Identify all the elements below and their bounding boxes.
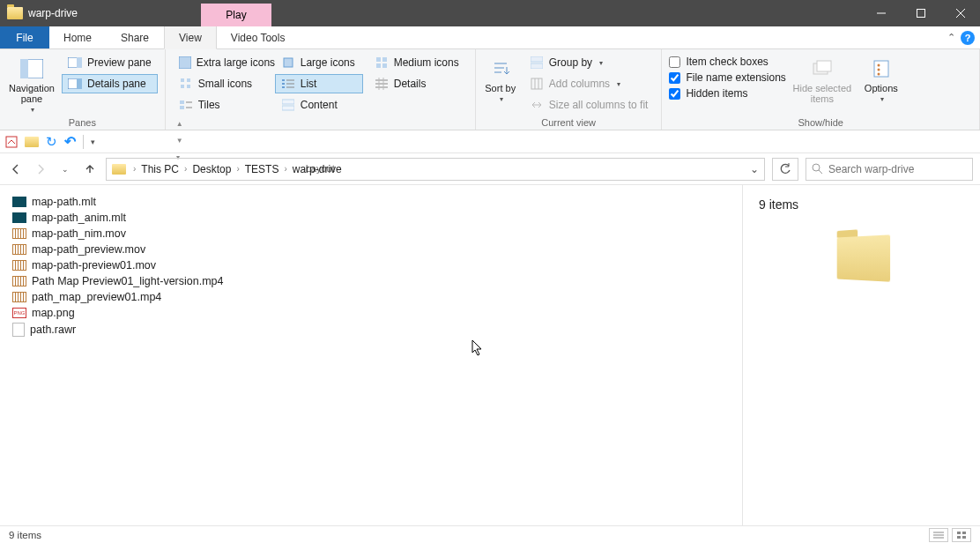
layout-list[interactable]: List	[275, 74, 363, 93]
mov-file-icon	[12, 228, 26, 239]
tab-view[interactable]: View	[164, 26, 217, 49]
file-name: map-path.mlt	[32, 196, 96, 208]
file-name: map-path_anim.mlt	[32, 212, 126, 224]
svg-rect-19	[284, 58, 293, 67]
navigation-pane-label: Navigation pane	[7, 83, 56, 104]
svg-rect-40	[531, 56, 543, 62]
size-columns-button[interactable]: Size all columns to fit	[523, 95, 655, 115]
layout-content[interactable]: Content	[275, 95, 363, 115]
svg-rect-31	[382, 63, 387, 68]
svg-rect-21	[282, 83, 285, 85]
chevron-right-icon[interactable]: ›	[182, 164, 189, 174]
status-text: 9 items	[9, 530, 41, 540]
svg-point-53	[813, 164, 820, 171]
add-columns-icon	[530, 77, 544, 91]
tab-share[interactable]: Share	[107, 26, 164, 48]
file-name-extensions-toggle[interactable]: File name extensions	[669, 71, 785, 85]
up-button[interactable]	[81, 160, 99, 178]
qat-undo-icon[interactable]: ↶	[64, 133, 76, 150]
svg-rect-22	[282, 86, 285, 88]
details-pane-icon	[68, 77, 82, 91]
layout-large[interactable]: Large icons	[275, 53, 363, 72]
help-icon[interactable]: ?	[961, 31, 975, 45]
svg-rect-30	[376, 63, 381, 68]
layout-details[interactable]: Details	[368, 74, 465, 93]
search-input[interactable]	[828, 163, 967, 175]
address-dropdown-icon[interactable]: ⌄	[745, 163, 764, 175]
group-panes-label: Panes	[7, 115, 158, 128]
forward-button[interactable]	[32, 160, 49, 178]
item-check-boxes-toggle[interactable]: Item check boxes	[669, 55, 785, 69]
qat-redo-icon[interactable]: ↻	[46, 134, 57, 150]
tab-file[interactable]: File	[0, 26, 49, 48]
svg-rect-5	[20, 59, 28, 78]
list-item[interactable]: path.rawr	[12, 321, 730, 338]
breadcrumb-tests[interactable]: TESTS	[241, 163, 283, 175]
title-bar: warp-drive Play	[0, 0, 980, 26]
details-pane-button[interactable]: Details pane	[62, 74, 158, 93]
breadcrumb-this-pc[interactable]: This PC	[137, 163, 182, 175]
svg-rect-29	[382, 57, 387, 62]
svg-rect-58	[957, 532, 961, 534]
qat-properties-icon[interactable]	[5, 136, 18, 148]
layout-small[interactable]: Small icons	[173, 74, 270, 93]
list-item[interactable]: map-path-preview01.mov	[12, 257, 730, 273]
context-tab-play[interactable]: Play	[201, 4, 271, 26]
list-item[interactable]: PNGmap.png	[12, 305, 730, 321]
preview-pane-icon	[68, 56, 82, 70]
status-bar: 9 items	[0, 525, 980, 543]
list-item[interactable]: map-path_anim.mlt	[12, 210, 730, 226]
navigation-pane-button[interactable]: Navigation pane ▾	[7, 53, 56, 114]
qat-customize-icon[interactable]: ▾	[91, 138, 95, 146]
file-list[interactable]: map-path.mltmap-path_anim.mltmap-path_ni…	[0, 185, 742, 525]
tab-video-tools[interactable]: Video Tools	[217, 26, 301, 48]
tiles-icon	[179, 98, 193, 112]
list-item[interactable]: map-path_nim.mov	[12, 226, 730, 242]
recent-locations-button[interactable]: ⌄	[56, 160, 74, 178]
window-title: warp-drive	[28, 7, 78, 19]
svg-rect-60	[957, 536, 961, 539]
layout-scroll-up[interactable]: ▲	[176, 120, 183, 128]
blank-file-icon	[12, 323, 25, 337]
svg-rect-9	[77, 78, 82, 89]
close-button[interactable]	[940, 0, 980, 26]
refresh-button[interactable]	[772, 158, 798, 181]
list-item[interactable]: map-path_preview.mov	[12, 242, 730, 257]
svg-rect-20	[282, 79, 285, 81]
address-bar[interactable]: › This PC › Desktop › TESTS › warp-drive…	[106, 158, 765, 181]
tab-home[interactable]: Home	[49, 26, 107, 48]
group-by-button[interactable]: Group by▾	[523, 53, 655, 72]
options-icon	[869, 56, 894, 81]
view-thumbnails-button[interactable]	[952, 528, 971, 542]
maximize-button[interactable]	[901, 0, 940, 26]
layout-medium[interactable]: Medium icons	[368, 53, 465, 72]
sort-by-button[interactable]: Sort by▾	[483, 53, 518, 103]
qat-new-folder-icon[interactable]	[25, 137, 39, 147]
list-item[interactable]: path_map_preview01.mp4	[12, 289, 730, 305]
hide-selected-button[interactable]: Hide selected items	[791, 53, 853, 104]
search-box[interactable]	[806, 158, 973, 181]
sm-icon	[179, 77, 193, 91]
back-button[interactable]	[7, 160, 25, 178]
options-button[interactable]: Options▾	[858, 53, 904, 103]
layout-scroll-down[interactable]: ▼	[176, 137, 183, 145]
layout-tiles[interactable]: Tiles	[173, 95, 270, 115]
chevron-right-icon[interactable]: ›	[234, 164, 241, 174]
add-columns-button[interactable]: Add columns▾	[523, 74, 655, 93]
chevron-right-icon[interactable]: ›	[131, 164, 137, 174]
svg-line-54	[819, 170, 822, 174]
svg-rect-14	[187, 85, 190, 88]
svg-rect-59	[962, 532, 966, 534]
folder-icon	[7, 7, 23, 19]
hidden-items-toggle[interactable]: Hidden items	[669, 86, 785, 100]
breadcrumb-warp-drive[interactable]: warp-drive	[289, 163, 345, 175]
view-details-button[interactable]	[929, 528, 948, 542]
chevron-right-icon[interactable]: ›	[282, 164, 288, 174]
list-item[interactable]: Path Map Preview01_light-version.mp4	[12, 273, 730, 289]
collapse-ribbon-icon[interactable]: ⌃	[947, 32, 955, 43]
list-item[interactable]: map-path.mlt	[12, 194, 730, 210]
preview-pane-button[interactable]: Preview pane	[62, 53, 158, 72]
minimize-button[interactable]	[861, 0, 901, 26]
breadcrumb-desktop[interactable]: Desktop	[189, 163, 234, 175]
layout-extra-large[interactable]: Extra large icons	[173, 53, 270, 72]
